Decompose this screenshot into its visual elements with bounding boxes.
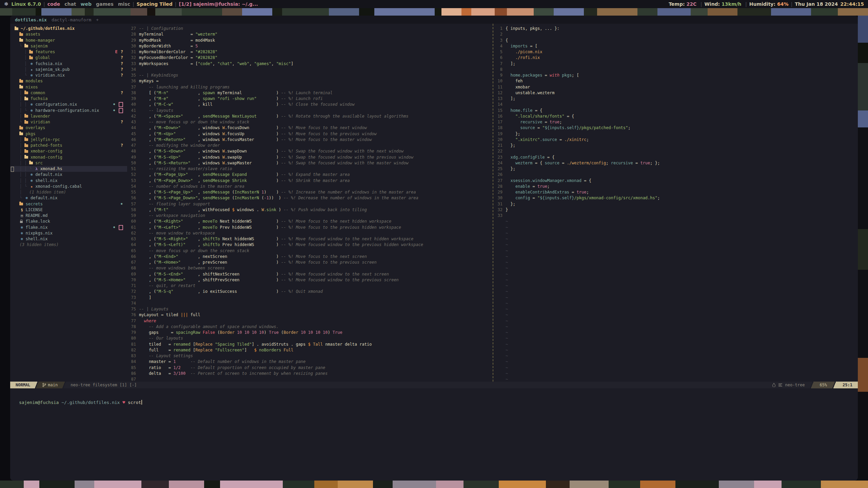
workspace-chat[interactable]: chat [64, 1, 76, 7]
tree-item[interactable]: pkgs [10, 131, 127, 137]
empty-line: ~ [494, 365, 858, 371]
token: -- %! Move focus to the previous hidden … [281, 225, 401, 230]
nix-file-icon: ❄ [19, 225, 24, 230]
wallpaper-strip-bottom [0, 481, 868, 488]
tree-item[interactable]: │ │ ❄default.nix [10, 172, 127, 178]
token: myWorkspaces = [ [139, 61, 198, 66]
workspace-code[interactable]: code [47, 1, 60, 7]
tree-item[interactable]: ~/.github/dotfiles.nix [10, 26, 127, 32]
wallpaper-block [737, 8, 771, 16]
token: ".xinitrc" [515, 137, 540, 142]
workspace-web[interactable]: web [81, 1, 92, 7]
line-number: 40 [127, 102, 136, 107]
line-number: 4 [494, 43, 502, 49]
user-host: sajenim@fuchsia [19, 400, 59, 405]
tree-item[interactable]: modules [10, 78, 127, 84]
tree-item[interactable]: │ │ ❄shell.nix [10, 178, 127, 184]
tree-item[interactable]: overlays [10, 125, 127, 131]
tree-item[interactable]: └ ❄default.nix [10, 195, 127, 201]
token: , ( [139, 272, 156, 277]
code-text: myWorkspaces = ["code", "chat", "web", "… [139, 61, 293, 67]
token: = [530, 196, 537, 200]
line-number: 3 [494, 38, 502, 43]
token: xsession.windowManager.xmonad [510, 178, 581, 183]
code-line: 81 tiled = renamed [Replace "Spacing Til… [127, 342, 492, 347]
line-number [494, 306, 502, 312]
token [176, 359, 190, 364]
tree-item[interactable]: │ patched-fonts? [10, 143, 127, 148]
tab-dotfiles[interactable]: dotfiles.nix [15, 17, 47, 22]
line-number: 31 [127, 49, 136, 55]
token: "M-S-<Left)" [156, 242, 186, 247]
tree-item[interactable]: └ sajenim [10, 43, 127, 49]
tree-item[interactable]: │ ❄fuchsia.nix? [10, 61, 127, 67]
tree-item[interactable]: │ global? [10, 55, 127, 61]
tree-item[interactable]: │ jellyfin-rpc [10, 137, 127, 143]
editor-pane-nix-file[interactable]: 1{ inputs, pkgs, ... }:23{4 imports = [5… [494, 24, 858, 382]
token: W [222, 149, 225, 154]
token: , ( [139, 125, 156, 130]
tab-dactyl-manuform[interactable]: dactyl-manuform [52, 17, 91, 22]
token: where [144, 319, 156, 323]
line-number: 49 [127, 155, 136, 160]
tree-item[interactable]: │ fuchsia [10, 96, 127, 102]
nix-file-icon: ❄ [29, 102, 34, 107]
tree-item[interactable]: │ ★sajenim_sk.pub? [10, 67, 127, 73]
tree-item[interactable]: │ └ ❄hardware-configuration.nix• [10, 108, 127, 114]
code-line: 7 ]; [494, 61, 858, 67]
wallpaper-block [719, 481, 754, 488]
token: -- %! Close the focused window [281, 102, 355, 107]
tree-item[interactable]: │ │ src [10, 160, 127, 166]
code-line: 68 -- move windows between screens [127, 265, 492, 271]
tree-item[interactable]: (3 hidden items) [10, 242, 127, 248]
line-number: 74 [127, 301, 136, 306]
cabal-file-icon: ★ [29, 184, 34, 189]
tree-item[interactable]: │ lavender [10, 114, 127, 119]
tree-item[interactable]: ❄shell.nix [10, 236, 127, 242]
tree-item[interactable]: │ │ └ λxmonad.hs [10, 166, 127, 172]
tree-item[interactable]: │ featuresE? [10, 49, 127, 55]
tree-item[interactable]: │ └ ★xmonad-config.cabal [10, 184, 127, 189]
code-line: 65 -- move focus up or down the screen s… [127, 248, 492, 254]
tree-item[interactable]: │ (1 hidden item) [10, 189, 127, 195]
tree-item[interactable]: │ common? [10, 90, 127, 96]
workspace-misc[interactable]: misc [118, 1, 130, 7]
token: , [213, 61, 217, 66]
tree-item[interactable]: │ xmonad-config [10, 155, 127, 160]
tree-item[interactable]: §LICENSE [10, 207, 127, 213]
end-of-buffer-tilde: ~ [506, 236, 508, 242]
tree-item[interactable]: └ viridian? [10, 119, 127, 125]
token: -- floating layer support [139, 202, 210, 206]
token: xdg.configFile [510, 155, 545, 160]
tree-item[interactable]: assets [10, 32, 127, 37]
folder-closed-icon [24, 138, 28, 141]
code-line: 2 [494, 32, 858, 37]
tree-item[interactable]: │ │ ❄configuration.nix• [10, 102, 127, 107]
tree-item[interactable]: ▤README.md [10, 213, 127, 219]
token: -- %! Quit xmonad [281, 289, 323, 294]
tree-item[interactable]: flake.lock [10, 219, 127, 224]
tree-item-label: nixos [25, 84, 38, 90]
window-split-separator[interactable] [493, 24, 493, 382]
tree-item[interactable]: secrets• [10, 201, 127, 207]
editor-pane-xmonad-hs[interactable]: 27-- | Configuration28myTerminal = "wezt… [127, 24, 492, 382]
git-status-letter: ? [121, 90, 123, 96]
token: , ( [139, 161, 156, 165]
token: IncMasterN [235, 196, 259, 200]
tree-item[interactable]: │ xmobar-config [10, 148, 127, 154]
empty-line: ~ [494, 277, 858, 283]
line-number [494, 260, 502, 265]
workspace-games[interactable]: games [96, 1, 114, 7]
tree-item[interactable]: home-manager [10, 38, 127, 43]
token: sendMessage [203, 196, 230, 200]
haskell-file-icon: λ [34, 166, 39, 172]
code-text: delta = 3/100 -- Percent of screen to in… [139, 371, 328, 377]
token: -- %! Launch terminal [281, 90, 333, 95]
new-tab-button[interactable]: + [96, 17, 99, 22]
tree-item[interactable]: nixos [10, 84, 127, 90]
shell-pane[interactable]: sajenim@fuchsia ~/.github/dotfiles.nix ♥… [10, 388, 858, 481]
tree-item[interactable]: └ ❄viridian.nix? [10, 73, 127, 78]
token: $ [254, 348, 257, 352]
tree-item[interactable]: ❄flake.nix• [10, 225, 127, 230]
tree-item[interactable]: ❄nixpkgs.nix [10, 230, 127, 236]
